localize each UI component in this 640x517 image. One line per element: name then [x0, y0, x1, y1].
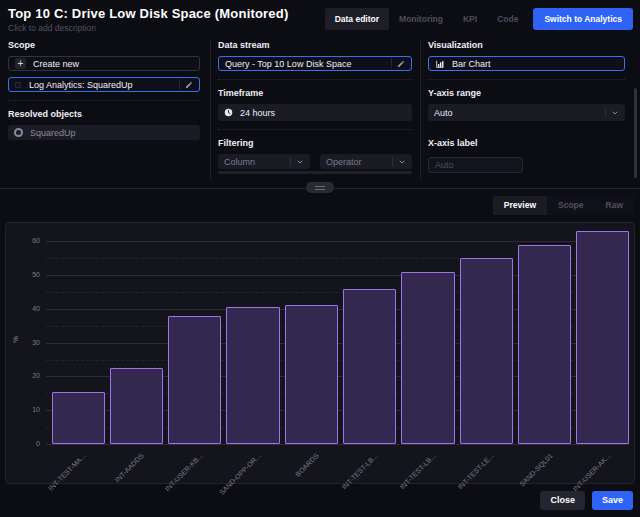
edit-data-stream-button[interactable] [391, 58, 409, 69]
x-tick-label: BOARDS [294, 452, 320, 478]
y-tick-label: 40 [6, 305, 40, 312]
timeframe-selector[interactable]: 24 hours [218, 104, 412, 121]
dropdown-separator [392, 157, 393, 166]
pencil-icon [397, 60, 405, 68]
chart-bar [168, 316, 221, 444]
x-tick-label: INT-AADDS [114, 452, 145, 483]
y-tick-label: 50 [6, 271, 40, 278]
chart-bar [52, 392, 105, 444]
resolved-object-label: SquaredUp [30, 128, 194, 138]
preview-tab-bar: Preview Scope Raw [493, 196, 634, 215]
description-placeholder[interactable]: Click to add description [8, 23, 96, 33]
filter-column-dropdown[interactable]: Column [218, 154, 310, 169]
pencil-icon [185, 81, 193, 89]
chart-bar [576, 231, 629, 444]
tab-kpi[interactable]: KPI [453, 8, 487, 30]
data-stream-label: Query - Top 10 Low Disk Space [225, 59, 391, 69]
y-tick-label: 0 [6, 440, 40, 447]
timeframe-value: 24 hours [240, 108, 406, 118]
section-divider [218, 79, 412, 80]
yaxis-range-value: Auto [434, 108, 600, 118]
chevron-down-icon [611, 109, 619, 117]
page-title: Top 10 C: Drive Low Disk Space (Monitore… [8, 6, 288, 21]
x-tick-label: INT-TEST-MA... [47, 452, 87, 492]
yaxis-range-heading: Y-axis range [428, 88, 625, 98]
bar-chart: 0102030405060INT-TEST-MA...INT-AADDSINT-… [6, 223, 634, 483]
footer-actions: Close Save [540, 491, 633, 510]
x-tick-label: INT-TEST-LB... [398, 452, 437, 491]
chart-bar [518, 245, 571, 444]
create-new-scope-button[interactable]: + Create new [8, 56, 200, 71]
chart-bar [110, 368, 163, 444]
splitter-drag-handle[interactable] [306, 182, 334, 193]
x-tick-label: INT-TEST-LB... [340, 452, 379, 491]
scope-checkbox[interactable] [15, 82, 21, 88]
visualization-panel: Visualization Bar Chart Y-axis range Aut… [428, 40, 625, 173]
yaxis-range-dropdown[interactable]: Auto [428, 104, 625, 121]
vertical-scrollbar[interactable] [634, 88, 637, 178]
x-tick-label: INT-USER-KB... [163, 452, 203, 492]
scope-item-log-analytics[interactable]: Log Analytics: SquaredUp [8, 77, 200, 92]
tab-scope[interactable]: Scope [547, 196, 595, 215]
tile-editor-window: Top 10 C: Drive Low Disk Space (Monitore… [0, 0, 640, 517]
chart-bar [285, 305, 338, 444]
chart-bar [401, 272, 454, 444]
y-tick-label: 30 [6, 339, 40, 346]
clock-icon [224, 108, 233, 117]
tab-code[interactable]: Code [487, 8, 528, 30]
tab-monitoring[interactable]: Monitoring [389, 8, 453, 30]
plus-icon: + [15, 58, 26, 69]
chart-bar [460, 258, 513, 444]
visualization-label: Bar Chart [452, 59, 618, 69]
dropdown-separator [605, 108, 606, 117]
chevron-down-icon [398, 158, 406, 166]
tab-preview[interactable]: Preview [493, 196, 547, 215]
xaxis-label-heading: X-axis label [428, 138, 625, 148]
x-tick-label: SAND-OPP-OR... [218, 452, 262, 496]
resolved-object-row[interactable]: SquaredUp [8, 125, 200, 140]
visualization-item[interactable]: Bar Chart [428, 56, 625, 71]
scope-item-label: Log Analytics: SquaredUp [29, 80, 179, 90]
xaxis-label-input[interactable] [428, 157, 523, 173]
tab-raw[interactable]: Raw [595, 196, 634, 215]
save-button[interactable]: Save [592, 491, 633, 510]
chart-preview-panel: 0102030405060INT-TEST-MA...INT-AADDSINT-… [5, 222, 635, 484]
data-stream-panel: Data stream Query - Top 10 Low Disk Spac… [218, 40, 412, 174]
scope-panel: Scope + Create new Log Analytics: Square… [8, 40, 200, 146]
scope-heading: Scope [8, 40, 200, 50]
chart-bar [343, 289, 396, 444]
chevron-down-icon [296, 158, 304, 166]
x-tick-label: SAND-SQL01 [518, 452, 554, 488]
x-tick-label: INT-TEST-LE... [457, 452, 496, 491]
timeframe-heading: Timeframe [218, 88, 412, 98]
bar-chart-icon [435, 59, 445, 69]
x-tick-label: INT-USER-AK... [571, 452, 611, 492]
column-divider [210, 40, 211, 180]
gridline [46, 444, 629, 445]
tab-data-editor[interactable]: Data editor [325, 8, 389, 30]
section-divider [218, 129, 412, 130]
filter-operator-value: Operator [326, 157, 387, 167]
section-divider [8, 100, 200, 101]
column-divider [420, 40, 421, 180]
edit-scope-button[interactable] [179, 79, 197, 90]
filter-operator-dropdown[interactable]: Operator [320, 154, 412, 169]
horizontal-scrollbar[interactable] [218, 171, 412, 174]
data-stream-heading: Data stream [218, 40, 412, 50]
chart-bar [226, 307, 279, 444]
gridline [46, 241, 629, 242]
create-new-label: Create new [33, 59, 193, 69]
dropdown-separator [290, 157, 291, 166]
data-stream-item[interactable]: Query - Top 10 Low Disk Space [218, 56, 412, 71]
section-divider [428, 79, 625, 80]
resolved-objects-heading: Resolved objects [8, 109, 200, 119]
y-tick-label: 10 [6, 406, 40, 413]
editor-tab-bar: Data editor Monitoring KPI Code Switch t… [325, 8, 633, 30]
squaredup-logo-icon [14, 128, 23, 137]
filtering-heading: Filtering [218, 138, 412, 148]
close-button[interactable]: Close [540, 491, 585, 510]
y-tick-label: 20 [6, 372, 40, 379]
visualization-heading: Visualization [428, 40, 625, 50]
y-tick-label: 60 [6, 237, 40, 244]
switch-to-analytics-button[interactable]: Switch to Analytics [533, 8, 633, 30]
